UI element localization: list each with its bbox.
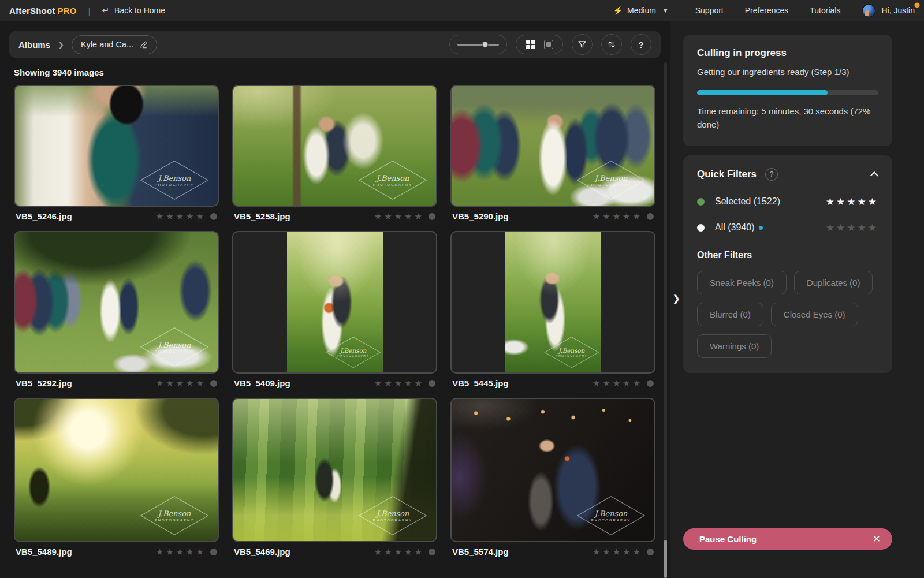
user-avatar[interactable] [862,4,875,17]
chevron-down-icon: ▼ [662,7,669,14]
photo-thumbnail[interactable]: J.BensonPHOTOGRAPHY [450,398,655,542]
star-rating-widget[interactable]: ★★★★★ [593,547,654,556]
photo-thumbnail[interactable]: J.BensonPHOTOGRAPHY [450,85,655,207]
color-flag-dot[interactable] [429,549,435,555]
rating-stars[interactable]: ★★★★★ [374,212,424,221]
photographer-watermark: J.BensonPHOTOGRAPHY [577,495,645,536]
watermark-sub: PHOTOGRAPHY [591,183,631,187]
album-name-pill[interactable]: Kyle and Ca... [72,35,157,54]
photo-thumbnail[interactable]: J.BensonPHOTOGRAPHY [232,231,437,374]
color-flag-dot[interactable] [647,380,654,387]
filter-button[interactable] [572,34,593,55]
edit-pencil-icon[interactable] [140,40,148,49]
sidebar-collapse-handle[interactable]: ❯ [673,293,680,304]
color-flag-dot[interactable] [210,549,217,555]
color-flag-dot[interactable] [210,380,217,387]
rating-stars[interactable]: ★★★★★ [593,547,643,556]
other-filter-pill[interactable]: Sneak Peeks (0) [697,271,787,294]
other-filter-pill[interactable]: Warnings (0) [697,334,772,358]
quick-filters-help-icon[interactable]: ? [765,168,778,181]
grid-scrollbar-track[interactable] [664,62,667,578]
speed-mode-dropdown[interactable]: ⚡ Medium ▼ [613,6,669,15]
other-filter-pills: Sneak Peeks (0)Duplicates (0)Blurred (0)… [697,271,878,358]
rating-stars[interactable]: ★★★★★ [156,547,206,556]
color-flag-dot[interactable] [210,213,217,220]
rating-stars[interactable]: ★★★★★ [374,379,424,387]
view-mode-toggle [516,35,563,54]
star-rating-widget[interactable]: ★★★★★ [156,547,217,556]
color-flag-dot[interactable] [429,213,435,220]
breadcrumb-chevron-icon: ❯ [58,40,64,49]
other-filter-pill[interactable]: Closed Eyes (0) [771,303,858,326]
photo-thumbnail[interactable]: J.BensonPHOTOGRAPHY [14,85,219,207]
rating-stars[interactable]: ★★★★★ [593,212,643,221]
photographer-watermark: J.BensonPHOTOGRAPHY [326,335,380,369]
watermark-sub: PHOTOGRAPHY [337,355,369,357]
photo-thumbnail[interactable]: J.BensonPHOTOGRAPHY [232,85,437,207]
chevron-up-icon[interactable] [870,171,878,180]
thumbnail-size-slider[interactable] [449,35,507,54]
watermark-name: J.Benson [158,509,191,518]
nav-support[interactable]: Support [695,6,724,15]
help-button[interactable]: ? [631,34,651,55]
nav-preferences[interactable]: Preferences [745,6,788,15]
watermark-sub: PHOTOGRAPHY [591,519,631,522]
other-filters-title: Other Filters [697,250,878,260]
photo-caption: VB5_5409.jpg★★★★★ [232,374,437,388]
grid-scrollbar-thumb[interactable] [664,540,667,578]
selected-radio-dot[interactable] [697,198,705,206]
photographer-watermark: J.BensonPHOTOGRAPHY [140,495,208,536]
rating-stars[interactable]: ★★★★★ [593,379,643,387]
photo-thumbnail[interactable]: J.BensonPHOTOGRAPHY [232,398,437,542]
photo-thumbnail[interactable]: J.BensonPHOTOGRAPHY [14,398,219,542]
breadcrumb-albums[interactable]: Albums [18,40,50,50]
filter-row-selected[interactable]: Selected (1522) ★★★★★ [697,196,878,207]
back-to-home-button[interactable]: ↵ Back to Home [102,5,166,16]
rating-stars[interactable]: ★★★★★ [374,547,424,556]
photo-caption: VB5_5292.jpg★★★★★ [14,374,219,388]
other-filter-pill[interactable]: Duplicates (0) [794,271,873,294]
photo-cell: J.BensonPHOTOGRAPHYVB5_5258.jpg★★★★★ [232,85,437,221]
other-filter-pill[interactable]: Blurred (0) [697,303,763,326]
rating-stars[interactable]: ★★★★★ [156,212,206,221]
watermark-name: J.Benson [158,341,191,349]
watermark-name: J.Benson [158,174,191,182]
star-rating-widget[interactable]: ★★★★★ [593,379,654,387]
star-rating-widget[interactable]: ★★★★★ [374,212,435,221]
brand-pro-badge: PRO [58,6,77,16]
star-rating-widget[interactable]: ★★★★★ [156,212,217,221]
user-greeting[interactable]: Hi, Justin [881,6,915,15]
close-icon[interactable]: ✕ [873,533,881,545]
selected-stars[interactable]: ★★★★★ [826,197,878,207]
photo-cell: J.BensonPHOTOGRAPHYVB5_5246.jpg★★★★★ [14,85,219,221]
photo-thumbnail[interactable]: J.BensonPHOTOGRAPHY [14,231,219,374]
all-stars[interactable]: ★★★★★ [826,223,878,233]
funnel-icon [578,40,587,49]
back-to-home-label: Back to Home [114,6,165,15]
star-rating-widget[interactable]: ★★★★★ [374,379,435,387]
rating-stars[interactable]: ★★★★★ [156,379,206,387]
photo-cell: J.BensonPHOTOGRAPHYVB5_5469.jpg★★★★★ [232,398,437,557]
culling-title: Culling in progress [697,47,878,59]
color-flag-dot[interactable] [429,380,435,387]
single-view-icon[interactable] [544,40,553,49]
filter-row-all[interactable]: All (3940) ★★★★★ [697,222,878,233]
photographer-watermark: J.BensonPHOTOGRAPHY [359,495,427,536]
star-rating-widget[interactable]: ★★★★★ [593,212,654,221]
color-flag-dot[interactable] [647,549,654,555]
slider-knob[interactable] [482,42,488,48]
gallery-toolbar: Albums ❯ Kyle and Ca... [9,31,661,58]
grid-view-icon[interactable] [526,40,535,49]
star-rating-widget[interactable]: ★★★★★ [156,379,217,387]
star-rating-widget[interactable]: ★★★★★ [374,547,435,556]
slider-track[interactable] [457,44,499,46]
nav-tutorials[interactable]: Tutorials [810,6,840,15]
all-radio-dot[interactable] [697,224,705,232]
photo-filename: VB5_5574.jpg [452,547,509,557]
photo-filename: VB5_5409.jpg [234,378,290,388]
watermark-sub: PHOTOGRAPHY [556,355,587,357]
sort-button[interactable] [601,34,622,55]
photo-thumbnail[interactable]: J.BensonPHOTOGRAPHY [450,231,655,374]
pause-culling-button[interactable]: Pause Culling ✕ [683,528,892,550]
color-flag-dot[interactable] [647,213,654,220]
